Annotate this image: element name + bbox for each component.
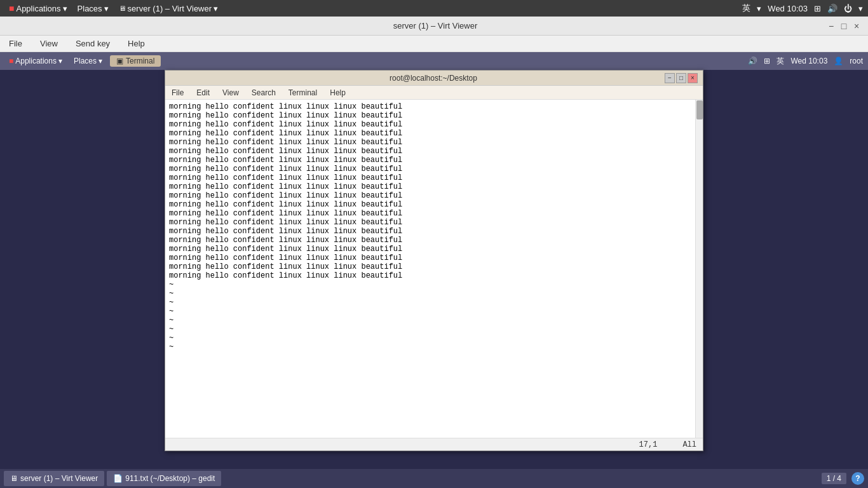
host-virt-viewer-task-icon: 🖥 [10, 474, 18, 483]
host-window-btn[interactable]: 🖥 server (1) – Virt Viewer ▾ [115, 3, 222, 15]
host-taskbar-right: 英 ▾ Wed 10:03 ⊞ 🔊 ⏻ ▾ [742, 3, 863, 14]
guest-display: ■ Applications ▾ Places ▾ ▣ Terminal 🔊 ⊞… [0, 52, 868, 488]
guest-taskbar-right: 🔊 ⊞ 英 Wed 10:03 👤 root [748, 56, 863, 67]
host-window-label: server (1) – Virt Viewer [128, 4, 212, 13]
term-menubar: File Edit View Search Terminal Help [165, 86, 703, 100]
host-gedit-task[interactable]: 📄 911.txt (~/Desktop) – gedit [107, 471, 221, 486]
guest-terminal-icon: ▣ [116, 57, 123, 65]
term-menu-file[interactable]: File [169, 88, 186, 98]
term-maximize-button[interactable]: □ [676, 73, 686, 83]
host-pager: 1 / 4 [822, 473, 846, 484]
guest-datetime: Wed 10:03 [790, 57, 827, 65]
terminal-window: root@localhost:~/Desktop − □ × File Edit… [165, 70, 703, 451]
monitor-icon: 🖥 [119, 4, 126, 12]
fedora-icon: ■ [9, 3, 14, 13]
host-applications-label: Applications [16, 4, 60, 13]
host-bottom-taskbar: 🖥 server (1) – Virt Viewer 📄 911.txt (~/… [0, 469, 868, 488]
host-places-arrow: ▾ [104, 4, 109, 13]
host-taskbar: ■ Applications ▾ Places ▾ 🖥 server (1) –… [0, 0, 868, 17]
guest-network-icon: ⊞ [764, 57, 770, 65]
vv-maximize-button[interactable]: □ [839, 21, 849, 31]
guest-volume-icon: 🔊 [748, 57, 757, 65]
term-menu-edit[interactable]: Edit [194, 88, 212, 98]
host-lang-arrow: ▾ [757, 4, 761, 13]
guest-applications-arrow: ▾ [58, 57, 62, 65]
term-close-button[interactable]: × [688, 73, 698, 83]
host-window-arrow: ▾ [214, 4, 218, 13]
term-menu-search[interactable]: Search [249, 88, 278, 98]
host-datetime: Wed 10:03 [768, 4, 808, 13]
host-taskbar-left: ■ Applications ▾ Places ▾ 🖥 server (1) –… [5, 2, 222, 15]
guest-desktop: root@localhost:~/Desktop − □ × File Edit… [0, 70, 868, 470]
guest-terminal-tab[interactable]: ▣ Terminal [110, 55, 161, 67]
guest-taskbar: ■ Applications ▾ Places ▾ ▣ Terminal 🔊 ⊞… [0, 52, 868, 70]
guest-terminal-label: Terminal [126, 57, 154, 65]
vv-title: server (1) – Virt Viewer [44, 21, 826, 30]
guest-applications-menu[interactable]: ■ Applications ▾ [5, 55, 66, 67]
host-virt-viewer-task-label: server (1) – Virt Viewer [20, 474, 98, 483]
guest-applications-label: Applications [15, 57, 57, 65]
term-titlebar: root@localhost:~/Desktop − □ × [165, 71, 703, 86]
vv-menu-sendkey[interactable]: Send key [72, 37, 114, 50]
vv-menu-file[interactable]: File [5, 37, 26, 50]
host-applications-menu[interactable]: ■ Applications ▾ [5, 2, 71, 15]
vv-win-controls: − □ × [826, 21, 862, 31]
guest-places-label: Places [74, 57, 97, 65]
term-content: morning hello confident linux linux linu… [165, 100, 703, 438]
host-help-button[interactable]: ? [851, 472, 864, 485]
guest-places-arrow: ▾ [98, 57, 102, 65]
host-places-label: Places [78, 4, 102, 13]
guest-user-icon: 👤 [834, 57, 843, 65]
virt-viewer-window: server (1) – Virt Viewer − □ × File View… [0, 17, 868, 488]
host-lang: 英 [742, 3, 750, 14]
host-virt-viewer-task[interactable]: 🖥 server (1) – Virt Viewer [4, 471, 104, 486]
term-cursor-position: 17,1 [639, 440, 658, 449]
term-menu-view[interactable]: View [220, 88, 241, 98]
term-scroll-status: All [682, 440, 696, 449]
term-text-area[interactable]: morning hello confident linux linux linu… [169, 102, 699, 435]
term-win-controls: − □ × [665, 73, 698, 83]
guest-places-menu[interactable]: Places ▾ [70, 55, 106, 67]
vv-menu-view[interactable]: View [36, 37, 62, 50]
vv-titlebar: server (1) – Virt Viewer − □ × [0, 17, 868, 36]
term-minimize-button[interactable]: − [665, 73, 675, 83]
host-gedit-task-label: 911.txt (~/Desktop) – gedit [125, 474, 215, 483]
host-power-icon: ⏻ [844, 4, 852, 13]
host-gedit-task-icon: 📄 [113, 474, 123, 483]
term-scrollbar-thumb[interactable] [696, 100, 703, 119]
host-bottom-right: 1 / 4 ? [822, 472, 864, 485]
guest-fedora-icon: ■ [9, 57, 13, 65]
term-title: root@localhost:~/Desktop [202, 74, 665, 83]
guest-user-label: root [850, 57, 863, 65]
term-scrollbar[interactable] [695, 100, 703, 438]
guest-taskbar-left: ■ Applications ▾ Places ▾ ▣ Terminal [5, 55, 161, 67]
host-power-arrow: ▾ [858, 4, 863, 13]
host-places-menu[interactable]: Places ▾ [74, 3, 112, 15]
vv-menubar: File View Send key Help [0, 36, 868, 52]
term-menu-terminal[interactable]: Terminal [286, 88, 320, 98]
vv-menu-help[interactable]: Help [124, 37, 149, 50]
vv-close-button[interactable]: × [851, 21, 862, 31]
guest-lang: 英 [776, 56, 784, 67]
host-applications-arrow: ▾ [63, 4, 67, 13]
term-menu-help[interactable]: Help [327, 88, 348, 98]
host-display-icon: ⊞ [814, 4, 821, 13]
term-status-bar: 17,1 All [165, 438, 703, 451]
host-volume-icon: 🔊 [827, 4, 837, 13]
vv-minimize-button[interactable]: − [826, 21, 836, 31]
